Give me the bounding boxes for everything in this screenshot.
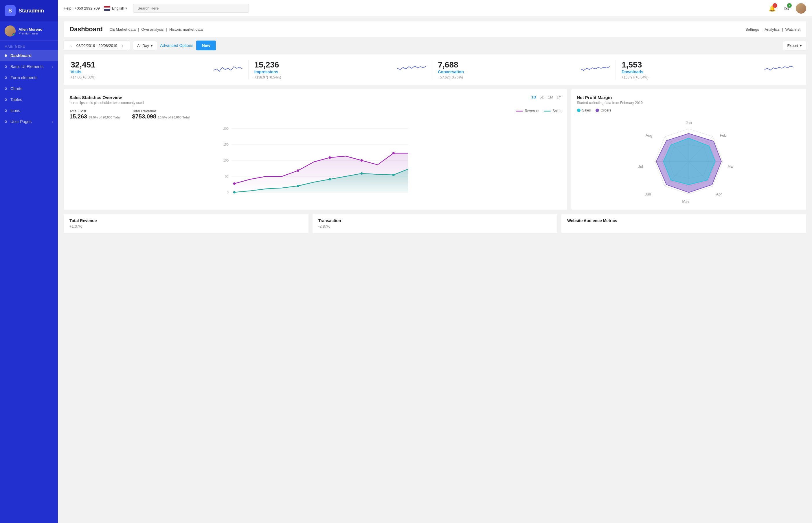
prev-date-arrow[interactable]: ‹ (68, 43, 74, 48)
chart-subtitle: Lorem ipsum is placeholder text commonly… (70, 101, 144, 105)
nav-settings[interactable]: Settings (745, 27, 759, 32)
revenue-legend-line (516, 111, 523, 111)
svg-point-20 (361, 172, 363, 175)
sidebar-item-tables[interactable]: Tables (0, 94, 58, 105)
stat-visits: 32,451 Visits +14.00(+0.50%) (71, 60, 249, 79)
sidebar-item-form-elements[interactable]: Form elements (0, 72, 58, 83)
menu-header: Main Menu (0, 41, 58, 50)
toolbar: ‹ 03/02/2019 - 20/08/2019 › All Day ▾ Ad… (64, 40, 806, 50)
sales-line-chart: 200 150 100 50 0 (70, 123, 561, 204)
stat-change: +138.97(+0.54%) (622, 75, 648, 79)
timebtn-5d[interactable]: 5D (540, 95, 545, 99)
topbar: Help : +050 2992 709 English ▾ 🔔 7 ✉ 3 (58, 0, 812, 17)
card-value: +1.37% (70, 224, 303, 229)
visits-sparkline (213, 60, 243, 75)
message-badge: 3 (787, 3, 792, 8)
menu-dot (5, 76, 7, 79)
chevron-down-icon: ▾ (125, 6, 127, 11)
svg-point-19 (329, 178, 331, 180)
language-label: English (112, 6, 125, 11)
radar-chart: Jan Feb Mar Apr May Jun Jul Aug (577, 116, 801, 203)
menu-dot (5, 54, 7, 57)
stat-label: Visits (71, 70, 95, 74)
chart-title: Sales Statistics Overview (70, 95, 144, 100)
breadcrumb: ICE Market data | Own analysis | Histori… (109, 27, 203, 32)
svg-text:Apr: Apr (716, 192, 722, 196)
new-button[interactable]: New (196, 40, 216, 50)
svg-text:May: May (682, 199, 689, 203)
sales-statistics-card: Sales Statistics Overview Lorem ipsum is… (64, 89, 567, 210)
sidebar-item-icons[interactable]: Icons (0, 105, 58, 116)
export-label: Export (787, 43, 798, 48)
svg-point-15 (392, 152, 395, 154)
advanced-options-button[interactable]: Advanced Options (160, 43, 193, 48)
nav-historic[interactable]: Historic market data (169, 27, 203, 32)
sidebar-item-basic-ui[interactable]: Basic UI Elements › (0, 61, 58, 72)
nav-watchlist[interactable]: Watchlist (786, 27, 800, 32)
export-button[interactable]: Export ▾ (783, 41, 806, 50)
sidebar-item-label: Icons (11, 108, 20, 113)
sidebar-item-dashboard[interactable]: Dashboard (0, 50, 58, 61)
stat-value: 1,553 (622, 60, 648, 70)
next-date-arrow[interactable]: › (119, 43, 126, 48)
nav-ice-market[interactable]: ICE Market data (109, 27, 136, 32)
notification-button[interactable]: 🔔 7 (767, 3, 777, 14)
nav-analytics[interactable]: Analytics (764, 27, 779, 32)
message-button[interactable]: ✉ 3 (781, 3, 792, 14)
svg-point-17 (233, 191, 235, 194)
revenue-legend-label: Revenue (525, 109, 539, 113)
svg-text:Mar: Mar (728, 164, 734, 168)
svg-point-21 (392, 174, 395, 176)
timebtn-1y[interactable]: 1Y (557, 95, 561, 99)
card-title: Total Revenue (70, 218, 303, 223)
profit-title: Net Profit Margin (577, 95, 801, 100)
conversation-sparkline (581, 60, 610, 75)
content-area: Dashboard ICE Market data | Own analysis… (58, 17, 812, 523)
nav-own-analysis[interactable]: Own analysis (141, 27, 164, 32)
stat-conversation: 7,688 Conversation +57.62(+0.76%) (432, 60, 616, 79)
total-revenue-card: Total Revenue +1.37% (64, 214, 308, 233)
avatar (5, 25, 16, 36)
stat-label: Conversation (438, 70, 464, 74)
language-selector[interactable]: English ▾ (104, 6, 128, 11)
stat-value: 32,451 (71, 60, 95, 70)
sales-legend-line (544, 111, 551, 111)
stat-value: 7,688 (438, 60, 464, 70)
stat-change: +57.62(+0.76%) (438, 75, 464, 79)
date-range-picker[interactable]: ‹ 03/02/2019 - 20/08/2019 › (64, 40, 130, 50)
sidebar-logo[interactable]: S Staradmin (0, 0, 58, 21)
notification-badge: 7 (773, 3, 777, 8)
svg-text:200: 200 (223, 127, 228, 130)
user-role: Premium user (19, 32, 42, 35)
audience-metrics-card: Website Audience Metrics (561, 214, 806, 233)
stat-label: Impressions (254, 70, 281, 74)
menu-dot (5, 98, 7, 101)
dashboard-header: Dashboard ICE Market data | Own analysis… (64, 21, 806, 37)
user-avatar[interactable] (796, 3, 806, 14)
svg-text:0: 0 (227, 191, 229, 194)
timebtn-1d[interactable]: 1D (531, 95, 536, 99)
orders-spider-dot (596, 109, 599, 112)
timebtn-1m[interactable]: 1M (548, 95, 553, 99)
logo-icon: S (5, 5, 16, 16)
svg-text:Jul: Jul (638, 164, 643, 168)
sidebar-item-label: Basic UI Elements (11, 64, 43, 69)
time-filter-label: All Day (137, 43, 149, 48)
sales-legend-label: Sales (552, 109, 561, 113)
sidebar-item-user-pages[interactable]: User Pages › (0, 116, 58, 127)
svg-point-18 (297, 185, 299, 187)
card-title: Transaction (318, 218, 551, 223)
time-filter-dropdown[interactable]: All Day ▾ (133, 41, 157, 50)
stat-change: +138.97(+0.54%) (254, 75, 281, 79)
sidebar-item-label: User Pages (11, 119, 32, 124)
sales-legend: Sales (582, 108, 591, 112)
menu-dot (5, 109, 7, 112)
transaction-card: Transaction -2.87% (313, 214, 558, 233)
app-name: Staradmin (19, 8, 44, 14)
total-revenue-stat: Total Revenue $753,098 10.5% of 20,000 T… (132, 109, 190, 120)
sidebar-item-label: Form elements (11, 75, 37, 80)
main-menu: Dashboard Basic UI Elements › Form eleme… (0, 50, 58, 127)
sidebar-item-charts[interactable]: Charts (0, 83, 58, 94)
search-input[interactable] (133, 4, 249, 13)
svg-point-14 (361, 159, 363, 162)
